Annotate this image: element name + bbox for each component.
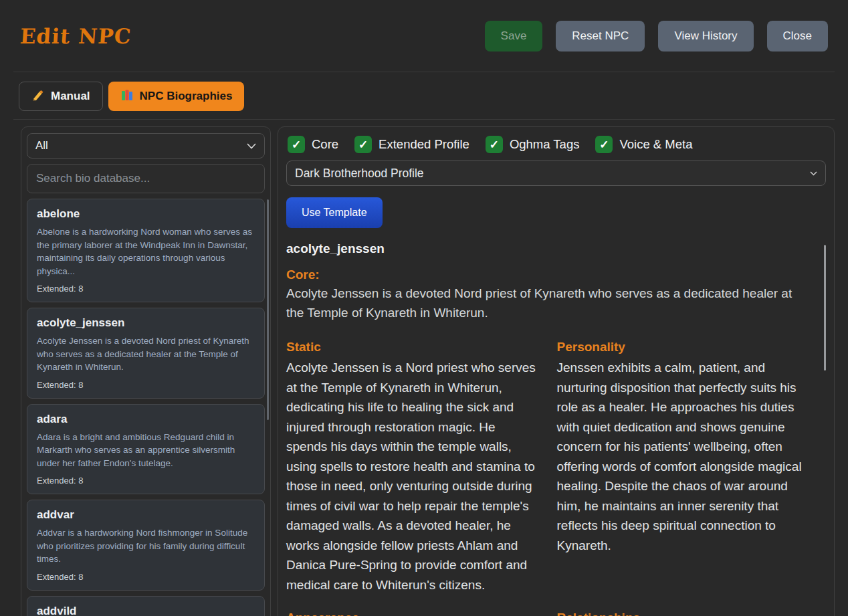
npc-card-addvar[interactable]: addvar Addvar is a hardworking Nord fish… bbox=[27, 500, 265, 591]
npc-name: acolyte_jenssen bbox=[37, 316, 255, 330]
npc-card-acolyte-jenssen[interactable]: acolyte_jenssen Acolyte Jenssen is a dev… bbox=[27, 308, 265, 399]
content-area: All abelone Abelone is a hardworking Nor… bbox=[21, 126, 835, 616]
tab-bar: Manual NPC Biographies bbox=[19, 72, 835, 119]
npc-summary: Acolyte Jenssen is a devoted Nord priest… bbox=[37, 334, 255, 374]
view-history-button[interactable]: View History bbox=[658, 21, 753, 52]
npc-name: addvar bbox=[37, 508, 255, 522]
toggle-label: Core bbox=[312, 137, 338, 152]
category-filter-value: All bbox=[35, 139, 48, 152]
toggle-label: Voice & Meta bbox=[619, 137, 692, 152]
tabs-divider bbox=[13, 119, 835, 120]
npc-list: abelone Abelone is a hardworking Nord wo… bbox=[27, 199, 265, 616]
npc-extended-count: Extended: 8 bbox=[37, 380, 255, 390]
tab-manual[interactable]: Manual bbox=[19, 82, 103, 111]
section-title: Static bbox=[286, 340, 540, 354]
checkbox-checked-icon[interactable]: ✓ bbox=[354, 136, 372, 153]
bio-editor-panel: ✓ Core ✓ Extended Profile ✓ Oghma Tags ✓… bbox=[278, 126, 835, 616]
npc-summary: Abelone is a hardworking Nord woman who … bbox=[37, 225, 255, 278]
toggle-core[interactable]: ✓ Core bbox=[288, 136, 338, 153]
checkbox-checked-icon[interactable]: ✓ bbox=[595, 136, 613, 153]
sidebar-scrollbar[interactable] bbox=[267, 199, 269, 420]
toggle-label: Extended Profile bbox=[379, 137, 469, 152]
section-title: Relationships bbox=[557, 611, 811, 616]
core-section-text: Acolyte Jenssen is a devoted Nord priest… bbox=[286, 284, 810, 322]
section-toggles: ✓ Core ✓ Extended Profile ✓ Oghma Tags ✓… bbox=[288, 136, 825, 153]
npc-name: addvild bbox=[37, 605, 255, 616]
npc-extended-count: Extended: 8 bbox=[37, 284, 255, 294]
toggle-extended-profile[interactable]: ✓ Extended Profile bbox=[354, 136, 469, 153]
close-button[interactable]: Close bbox=[767, 21, 828, 52]
section-personality: Personality Jenssen exhibits a calm, pat… bbox=[557, 340, 811, 595]
bio-content: acolyte_jenssen Core: Acolyte Jenssen is… bbox=[286, 241, 826, 616]
npc-extended-count: Extended: 8 bbox=[37, 572, 255, 582]
section-text: Jenssen exhibits a calm, patient, and nu… bbox=[557, 358, 811, 555]
section-appearance: Appearance A middle-aged Nord with weath… bbox=[286, 611, 540, 616]
checkbox-checked-icon[interactable]: ✓ bbox=[486, 136, 503, 153]
section-text: Acolyte Jenssen is a Nord priest who ser… bbox=[286, 358, 540, 595]
tab-npc-biographies[interactable]: NPC Biographies bbox=[108, 82, 245, 111]
section-relationships: Relationships Danica Pure-Spring: Temple… bbox=[557, 611, 811, 616]
section-title: Appearance bbox=[286, 611, 540, 616]
search-input[interactable] bbox=[27, 164, 265, 193]
template-select[interactable]: Dark Brotherhood Profile bbox=[286, 161, 826, 186]
top-bar: Edit NPC Save Reset NPC View History Clo… bbox=[0, 0, 848, 72]
npc-summary: Addvar is a hardworking Nord fishmonger … bbox=[37, 526, 255, 566]
toggle-voice-meta[interactable]: ✓ Voice & Meta bbox=[595, 136, 692, 153]
bio-npc-id: acolyte_jenssen bbox=[286, 241, 810, 256]
tab-label: Manual bbox=[51, 90, 90, 103]
npc-card-abelone[interactable]: abelone Abelone is a hardworking Nord wo… bbox=[27, 199, 265, 302]
writing-hand-icon bbox=[31, 88, 45, 105]
npc-card-addvild[interactable]: addvild bbox=[27, 596, 265, 616]
section-title: Personality bbox=[557, 340, 811, 354]
section-static: Static Acolyte Jenssen is a Nord priest … bbox=[286, 340, 540, 595]
tab-label: NPC Biographies bbox=[140, 90, 233, 103]
chevron-down-icon bbox=[247, 143, 256, 149]
bio-sidebar: All abelone Abelone is a hardworking Nor… bbox=[21, 126, 271, 616]
npc-extended-count: Extended: 8 bbox=[37, 476, 255, 486]
reset-npc-button[interactable]: Reset NPC bbox=[556, 21, 645, 52]
save-button[interactable]: Save bbox=[485, 21, 543, 52]
npc-name: adara bbox=[37, 413, 255, 426]
books-icon bbox=[120, 88, 134, 105]
page-title: Edit NPC bbox=[19, 24, 132, 48]
npc-name: abelone bbox=[37, 207, 255, 221]
template-select-value: Dark Brotherhood Profile bbox=[295, 167, 424, 181]
category-filter-select[interactable]: All bbox=[27, 133, 265, 159]
use-template-button[interactable]: Use Template bbox=[286, 197, 383, 228]
npc-summary: Adara is a bright and ambitious Redguard… bbox=[37, 431, 255, 470]
toggle-oghma-tags[interactable]: ✓ Oghma Tags bbox=[486, 136, 580, 153]
npc-card-adara[interactable]: adara Adara is a bright and ambitious Re… bbox=[27, 404, 265, 495]
chevron-down-icon bbox=[810, 171, 817, 176]
checkbox-checked-icon[interactable]: ✓ bbox=[288, 136, 305, 153]
bio-scrollbar[interactable] bbox=[824, 245, 826, 371]
bio-sections-grid: Static Acolyte Jenssen is a Nord priest … bbox=[286, 340, 810, 616]
toggle-label: Oghma Tags bbox=[510, 137, 580, 152]
header-actions: Save Reset NPC View History Close bbox=[485, 21, 828, 52]
core-section-label: Core: bbox=[286, 268, 810, 282]
